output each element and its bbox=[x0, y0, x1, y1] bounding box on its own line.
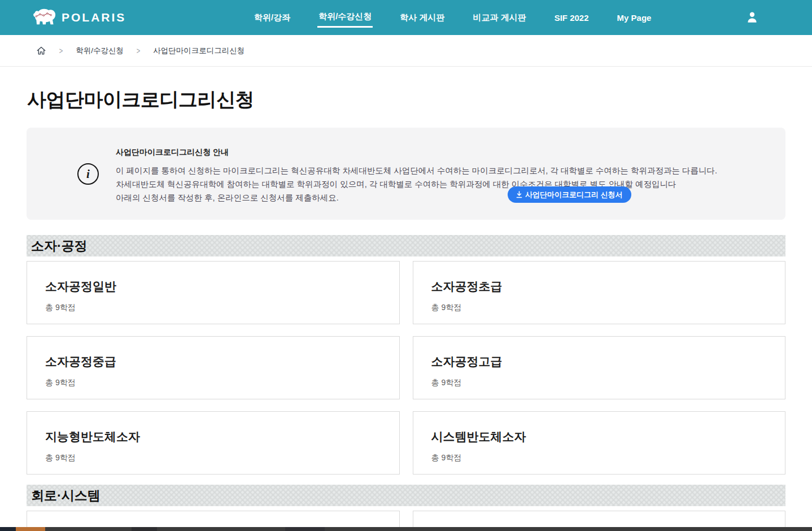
breadcrumb-chevron-icon: > bbox=[137, 46, 141, 55]
microdegree-card[interactable]: 소자공정중급 총 9학점 bbox=[27, 336, 400, 399]
nav-item-academic-board[interactable]: 학사 게시판 bbox=[399, 9, 446, 27]
breadcrumb-chevron-icon: > bbox=[59, 46, 63, 55]
card-title: 소자공정중급 bbox=[45, 354, 399, 369]
section-header-circuit-system: 회로·시스템 bbox=[27, 485, 785, 506]
card-title: 소자공정초급 bbox=[431, 278, 785, 294]
user-account-button[interactable] bbox=[744, 10, 760, 25]
card-title: 지능형반도체소자 bbox=[45, 429, 399, 445]
microdegree-card[interactable]: 지능형반도체소자 총 9학점 bbox=[27, 411, 400, 475]
notice-line: 이 페이지를 통하여 신청하는 마이크로디그리는 혁신공유대학 차세대반도체 사… bbox=[116, 164, 763, 177]
breadcrumb-item-current: 사업단마이크로디그리신청 bbox=[153, 46, 245, 56]
info-icon: i bbox=[77, 163, 99, 185]
nav-item-extracurricular-board[interactable]: 비교과 게시판 bbox=[472, 9, 527, 27]
card-credits: 총 9학점 bbox=[431, 303, 785, 313]
card-credits: 총 9학점 bbox=[431, 378, 785, 388]
microdegree-card[interactable]: 소자공정초급 총 9학점 bbox=[413, 261, 786, 324]
card-credits: 총 9학점 bbox=[45, 453, 399, 463]
download-icon bbox=[516, 191, 522, 198]
microdegree-card[interactable]: 소자공정고급 총 9학점 bbox=[413, 336, 786, 399]
brand-logo[interactable]: POLARIS bbox=[31, 7, 126, 28]
card-title: 시스템반도체소자 bbox=[431, 429, 785, 445]
breadcrumb: > 학위/수강신청 > 사업단마이크로디그리신청 bbox=[0, 35, 812, 67]
card-credits: 총 9학점 bbox=[45, 378, 399, 388]
page-title: 사업단마이크로디그리신청 bbox=[27, 87, 812, 113]
notice-title: 사업단마이크로디그리신청 안내 bbox=[116, 147, 763, 158]
person-icon bbox=[744, 10, 760, 25]
card-grid-device-process: 소자공정일반 총 9학점 소자공정초급 총 9학점 소자공정중급 총 9학점 소… bbox=[27, 261, 785, 475]
card-title: 소자공정고급 bbox=[431, 354, 785, 369]
card-title: 소자공정일반 bbox=[45, 278, 399, 294]
microdegree-card[interactable]: 시스템반도체소자 총 9학점 bbox=[413, 411, 786, 475]
notice-line: 차세대반도체 혁신공유대학에 참여하는 대학별로 학위과정이 있으며, 각 대학… bbox=[116, 177, 763, 191]
notice-line: 아래의 신청서를 작성한 후, 온라인으로 신청서를 제출하세요. bbox=[116, 191, 763, 204]
taskbar-edge[interactable] bbox=[0, 527, 812, 531]
microdegree-card[interactable]: 소자공정일반 총 9학점 bbox=[27, 261, 400, 324]
notice-box: i 사업단마이크로디그리신청 안내 이 페이지를 통하여 신청하는 마이크로디그… bbox=[27, 128, 785, 220]
nav-item-my-page[interactable]: My Page bbox=[616, 10, 653, 26]
card-credits: 총 9학점 bbox=[431, 453, 785, 463]
main-nav: 학위/강좌 학위/수강신청 학사 게시판 비교과 게시판 SIF 2022 My… bbox=[253, 0, 652, 35]
top-navbar: POLARIS 학위/강좌 학위/수강신청 학사 게시판 비교과 게시판 SIF… bbox=[0, 0, 812, 35]
breadcrumb-item-degree-enrollment[interactable]: 학위/수강신청 bbox=[76, 46, 124, 56]
brand-name: POLARIS bbox=[62, 11, 126, 24]
nav-item-sif-2022[interactable]: SIF 2022 bbox=[553, 10, 590, 26]
polar-bear-icon bbox=[31, 7, 57, 28]
nav-item-degree-enrollment[interactable]: 학위/수강신청 bbox=[317, 8, 373, 28]
download-button-label: 사업단마이크로디그리 신청서 bbox=[525, 190, 623, 200]
nav-item-degree-lecture[interactable]: 학위/강좌 bbox=[253, 9, 291, 27]
section-header-device-process: 소자·공정 bbox=[27, 235, 785, 256]
home-icon bbox=[36, 46, 46, 56]
breadcrumb-home-link[interactable] bbox=[36, 46, 46, 56]
card-credits: 총 9학점 bbox=[45, 303, 399, 313]
application-form-download-button[interactable]: 사업단마이크로디그리 신청서 bbox=[508, 186, 631, 203]
